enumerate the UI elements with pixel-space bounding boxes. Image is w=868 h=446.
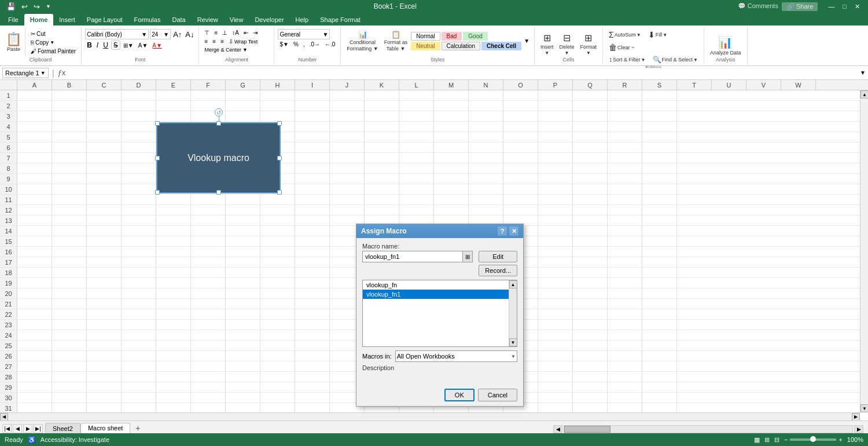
formula-expand-button[interactable]: ▼ xyxy=(860,70,866,76)
number-format-selector[interactable]: General ▼ xyxy=(278,29,330,39)
maximize-button[interactable]: □ xyxy=(839,3,850,10)
col-header-W[interactable]: W xyxy=(781,80,816,90)
decrease-font-btn[interactable]: A↓ xyxy=(184,30,195,39)
tab-developer[interactable]: Developer xyxy=(249,14,289,25)
macros-in-select[interactable]: All Open Workbooks ▼ xyxy=(395,350,517,362)
col-header-P[interactable]: P xyxy=(538,80,573,90)
minimize-button[interactable]: — xyxy=(825,3,838,10)
decrease-decimal-button[interactable]: ←.0 xyxy=(323,41,337,48)
col-header-K[interactable]: K xyxy=(365,80,399,90)
save-button[interactable]: 💾 xyxy=(5,2,17,12)
align-bottom-button[interactable]: ⊥ xyxy=(220,29,229,36)
underline-button[interactable]: U xyxy=(101,41,110,50)
macro-scroll-down[interactable]: ▼ xyxy=(509,338,517,346)
sheet-tab-sheet2[interactable]: Sheet2 xyxy=(45,423,80,433)
col-header-F[interactable]: F xyxy=(191,80,226,90)
undo-button[interactable]: ↩ xyxy=(20,2,30,12)
record-button[interactable]: Record... xyxy=(479,265,517,276)
font-color-button[interactable]: A▼ xyxy=(150,42,164,49)
view-page-break-button[interactable]: ⊟ xyxy=(774,436,779,444)
tab-file[interactable]: File xyxy=(2,14,24,25)
italic-button[interactable]: I xyxy=(95,41,100,50)
tab-home[interactable]: Home xyxy=(24,14,54,25)
style-normal[interactable]: Normal xyxy=(411,32,440,41)
align-top-button[interactable]: ⊤ xyxy=(203,29,211,36)
zoom-out-button[interactable]: − xyxy=(784,436,788,443)
col-header-N[interactable]: N xyxy=(469,80,503,90)
cut-button[interactable]: ✂ Cut xyxy=(29,30,78,38)
tab-shape-format[interactable]: Shape Format xyxy=(314,14,366,25)
styles-expand-button[interactable]: ▼ xyxy=(523,36,531,45)
qat-dropdown[interactable]: ▼ xyxy=(44,3,53,10)
share-button[interactable]: 🔗 Share xyxy=(782,2,818,11)
tab-help[interactable]: Help xyxy=(290,14,315,25)
view-normal-button[interactable]: ▦ xyxy=(754,436,760,444)
strikethrough-button[interactable]: S̶ xyxy=(111,41,120,50)
macro-item-vlookup-fn1[interactable]: vlookup_fn1 xyxy=(363,290,509,299)
formula-input[interactable] xyxy=(68,68,866,78)
col-header-R[interactable]: R xyxy=(608,80,642,90)
macro-item-vlookup-fn[interactable]: vlookup_fn xyxy=(363,280,509,290)
col-header-J[interactable]: J xyxy=(330,80,365,90)
accounting-button[interactable]: $▼ xyxy=(278,41,290,48)
tab-page-layout[interactable]: Page Layout xyxy=(81,14,128,25)
sheet-nav-last[interactable]: ▶| xyxy=(34,424,43,433)
col-header-H[interactable]: H xyxy=(260,80,295,90)
col-header-B[interactable]: B xyxy=(52,80,87,90)
bottom-scroll-thumb[interactable] xyxy=(564,426,610,433)
col-header-U[interactable]: U xyxy=(712,80,746,90)
find-select-button[interactable]: 🔍 Find & Select ▼ xyxy=(650,54,700,65)
align-middle-button[interactable]: ≡ xyxy=(212,29,219,36)
bottom-scroll-left[interactable]: ◀ xyxy=(553,425,562,433)
view-layout-button[interactable]: ⊞ xyxy=(764,436,770,444)
conditional-formatting-button[interactable]: 📊 Conditional Formatting ▼ xyxy=(344,29,380,53)
col-header-E[interactable]: E xyxy=(156,80,191,90)
style-calculation[interactable]: Calculation xyxy=(442,42,480,50)
style-good[interactable]: Good xyxy=(463,32,487,41)
tab-formulas[interactable]: Formulas xyxy=(128,14,167,25)
col-header-Q[interactable]: Q xyxy=(573,80,608,90)
percent-button[interactable]: % xyxy=(292,41,300,48)
redo-button[interactable]: ↪ xyxy=(32,2,42,12)
col-header-G[interactable]: G xyxy=(226,80,260,90)
ok-button[interactable]: OK xyxy=(444,389,475,401)
tab-insert[interactable]: Insert xyxy=(53,14,81,25)
macro-name-arrow[interactable]: ⊞ xyxy=(462,251,473,262)
style-neutral[interactable]: Neutral xyxy=(411,42,440,50)
comments-button[interactable]: 💬 Comments xyxy=(738,2,778,11)
dialog-help-button[interactable]: ? xyxy=(498,226,507,236)
increase-decimal-button[interactable]: .0→ xyxy=(308,41,322,48)
macro-name-input[interactable] xyxy=(362,251,473,262)
analyze-data-button[interactable]: 📊 Analyze Data xyxy=(708,34,744,57)
col-header-L[interactable]: L xyxy=(399,80,434,90)
copy-button[interactable]: ⎘ Copy ▼ xyxy=(29,39,78,46)
sheet-nav-first[interactable]: |◀ xyxy=(2,424,12,433)
style-bad[interactable]: Bad xyxy=(442,32,462,41)
borders-button[interactable]: ⊞▼ xyxy=(122,42,135,49)
format-as-table-button[interactable]: 📋 Format as Table ▼ xyxy=(382,29,410,53)
name-box[interactable]: Rectangle 1 ▼ xyxy=(2,68,49,78)
tab-data[interactable]: Data xyxy=(166,14,191,25)
wrap-text-button[interactable]: ⇩ Wrap Text xyxy=(227,38,259,45)
macro-scroll-up[interactable]: ▲ xyxy=(509,280,517,288)
zoom-slider[interactable] xyxy=(790,438,836,441)
col-header-M[interactable]: M xyxy=(434,80,469,90)
bottom-scroll-right[interactable]: ▶ xyxy=(854,425,863,433)
align-right-button[interactable]: ≡ xyxy=(219,38,226,45)
cancel-button[interactable]: Cancel xyxy=(478,389,517,401)
indent-decrease-button[interactable]: ⇤ xyxy=(242,29,250,36)
indent-increase-button[interactable]: ⇥ xyxy=(251,29,259,36)
col-header-C[interactable]: C xyxy=(87,80,122,90)
sort-filter-button[interactable]: ↕ Sort & Filter ▼ xyxy=(606,54,648,65)
zoom-thumb[interactable] xyxy=(810,436,816,442)
sheet-nav-prev[interactable]: ◀ xyxy=(13,424,22,433)
close-button[interactable]: ✕ xyxy=(851,3,863,10)
format-painter-button[interactable]: 🖌 Format Painter xyxy=(29,47,78,55)
format-button[interactable]: ⊞ Format ▼ xyxy=(578,31,599,57)
col-header-V[interactable]: V xyxy=(746,80,781,90)
insert-button[interactable]: ⊞ Insert ▼ xyxy=(538,31,556,57)
bold-button[interactable]: B xyxy=(85,41,94,50)
align-center-button[interactable]: ≡ xyxy=(211,38,218,45)
col-header-I[interactable]: I xyxy=(295,80,330,90)
clear-button[interactable]: 🗑 Clear ~ xyxy=(606,42,637,53)
